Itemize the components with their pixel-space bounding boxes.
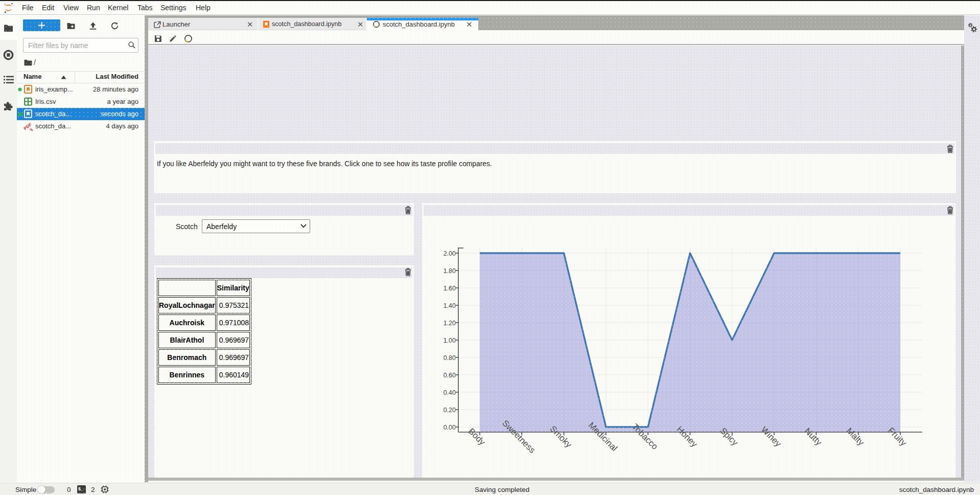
svg-text:0.80: 0.80 [444, 354, 456, 362]
svg-text:1.00: 1.00 [444, 337, 456, 344]
svg-text:1.80: 1.80 [444, 267, 456, 275]
svg-text:0.40: 0.40 [444, 389, 456, 396]
svg-text:1.40: 1.40 [444, 302, 456, 309]
svg-text:1.60: 1.60 [444, 285, 456, 292]
svg-text:1.20: 1.20 [444, 320, 456, 327]
svg-text:0.00: 0.00 [444, 424, 456, 431]
svg-text:0.60: 0.60 [444, 372, 456, 379]
svg-text:0.20: 0.20 [444, 407, 456, 414]
svg-text:2.00: 2.00 [444, 250, 456, 257]
